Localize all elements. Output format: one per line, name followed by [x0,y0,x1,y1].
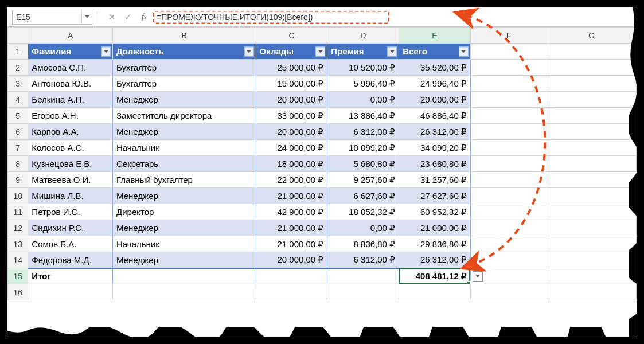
cell-position[interactable]: Бухгалтер [113,76,256,92]
row-header[interactable]: 11 [8,204,28,220]
row-header[interactable]: 14 [8,252,28,268]
cell[interactable] [327,284,399,300]
col-header-E[interactable]: E [399,28,471,44]
cell-total[interactable]: 21 000,00 ₽ [399,220,471,236]
cell-total[interactable]: 26 312,00 ₽ [399,124,471,140]
cell-total[interactable]: 31 257,60 ₽ [399,172,471,188]
cell[interactable] [547,220,637,236]
cell-total[interactable]: 35 520,00 ₽ [399,60,471,76]
cell-name[interactable]: Антонова Ю.В. [28,76,113,92]
cell-bonus[interactable]: 9 257,60 ₽ [327,172,399,188]
cell-name[interactable]: Матвеева О.И. [28,172,113,188]
cell-position[interactable]: Менеджер [113,124,256,140]
filter-dropdown-icon[interactable] [101,46,111,56]
cell-bonus[interactable]: 6 312,00 ₽ [327,124,399,140]
cell[interactable] [28,284,113,300]
col-header-F[interactable]: F [470,28,547,44]
cell[interactable] [547,252,637,268]
cell[interactable] [470,92,547,108]
cell-salary[interactable]: 21 000,00 ₽ [256,188,327,204]
cell[interactable] [470,284,547,300]
cell[interactable] [547,108,637,124]
col-header-B[interactable]: B [113,28,256,44]
cell-salary[interactable]: 21 000,00 ₽ [256,220,327,236]
cell-total[interactable]: 60 952,32 ₽ [399,204,471,220]
row-header[interactable]: 7 [8,140,28,156]
cell[interactable] [547,268,637,284]
cell-position[interactable]: Директор [113,204,256,220]
cell-salary[interactable]: 21 000,00 ₽ [256,236,327,252]
cell-salary[interactable]: 33 000,00 ₽ [256,108,327,124]
row-header[interactable]: 1 [8,44,28,60]
cell-salary[interactable]: 25 000,00 ₽ [256,60,327,76]
cell-bonus[interactable]: 6 627,60 ₽ [327,188,399,204]
filter-dropdown-icon[interactable] [315,46,325,56]
spreadsheet-grid[interactable]: A B C D E F G 1ФамилияДолжностьОкладыПре… [7,27,637,300]
cell-name[interactable]: Егоров А.Н. [28,108,113,124]
cell-salary[interactable]: 20 000,00 ₽ [256,92,327,108]
table-header-E[interactable]: Всего [399,44,471,60]
cell[interactable] [547,284,637,300]
cell-salary[interactable]: 24 000,00 ₽ [256,140,327,156]
cell[interactable] [547,172,637,188]
cancel-formula-button[interactable]: ✕ [104,10,120,25]
cell-name[interactable]: Петров И.С. [28,204,113,220]
cell-position[interactable]: Менеджер [113,92,256,108]
cell[interactable] [547,76,637,92]
cell[interactable] [547,204,637,220]
table-header-B[interactable]: Должность [113,44,256,60]
col-header-G[interactable]: G [547,28,637,44]
cell-total[interactable]: 27 627,60 ₽ [399,188,471,204]
cell-position[interactable]: Начальник [113,140,256,156]
cell[interactable] [547,92,637,108]
cell-salary[interactable]: 20 000,00 ₽ [256,124,327,140]
cell[interactable] [470,172,547,188]
cell-salary[interactable]: 19 000,00 ₽ [256,76,327,92]
cell-salary[interactable]: 18 000,00 ₽ [256,156,327,172]
cell-total[interactable]: 24 996,40 ₽ [399,76,471,92]
cell-total[interactable]: 26 312,00 ₽ [399,252,471,268]
cell[interactable] [470,188,547,204]
cell-name[interactable]: Кузнецова Е.В. [28,156,113,172]
filter-dropdown-icon[interactable] [387,46,397,56]
row-header[interactable]: 3 [8,76,28,92]
row-header[interactable]: 5 [8,108,28,124]
row-header[interactable]: 16 [8,284,28,300]
cell-bonus[interactable]: 0,00 ₽ [327,92,399,108]
cell[interactable] [470,236,547,252]
cell[interactable] [256,284,327,300]
cell[interactable] [547,188,637,204]
cell-position[interactable]: Секретарь [113,156,256,172]
cell[interactable] [470,140,547,156]
cell-total[interactable]: 29 836,80 ₽ [399,236,471,252]
cell-position[interactable]: Менеджер [113,220,256,236]
cell[interactable] [547,124,637,140]
cell-name[interactable]: Сомов Б.А. [28,236,113,252]
row-header[interactable]: 13 [8,236,28,252]
cell-bonus[interactable]: 10 520,00 ₽ [327,60,399,76]
total-row-dropdown[interactable] [473,271,483,282]
cell-position[interactable]: Менеджер [113,188,256,204]
name-box[interactable]: E15 [12,10,92,25]
col-header-A[interactable]: A [28,28,113,44]
cell-total[interactable]: 23 680,80 ₽ [399,156,471,172]
cell-bonus[interactable]: 13 886,40 ₽ [327,108,399,124]
cell[interactable] [470,156,547,172]
cell-name[interactable]: Амосова С.П. [28,60,113,76]
table-header-A[interactable]: Фамилия [28,44,113,60]
cell-position[interactable]: Главный бухгалтер [113,172,256,188]
cell-salary[interactable]: 42 900,00 ₽ [256,204,327,220]
row-header[interactable]: 15 [8,268,28,284]
cell-bonus[interactable]: 5 680,80 ₽ [327,156,399,172]
cell[interactable] [470,76,547,92]
row-header[interactable]: 6 [8,124,28,140]
total-value[interactable]: 408 481,12 ₽ [399,268,471,284]
cell-name[interactable]: Федорова М.Д. [28,252,113,268]
cell-salary[interactable]: 22 000,00 ₽ [256,172,327,188]
formula-input[interactable]: =ПРОМЕЖУТОЧНЫЕ.ИТОГИ(109;[Всего]) [152,10,637,25]
cell[interactable] [470,204,547,220]
cell-salary[interactable]: 20 000,00 ₽ [256,252,327,268]
cell[interactable] [470,60,547,76]
cell[interactable] [547,60,637,76]
accept-formula-button[interactable]: ✓ [120,10,136,25]
